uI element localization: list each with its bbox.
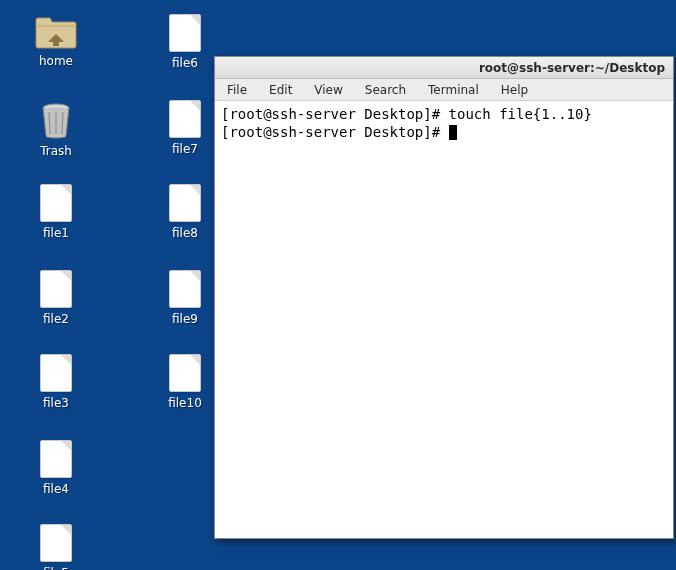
file-icon [40, 270, 72, 308]
file-icon [169, 100, 201, 138]
file-icon [169, 14, 201, 52]
desktop-icon-file2[interactable]: file2 [21, 270, 91, 326]
icon-label: file4 [43, 482, 69, 496]
file-icon [40, 184, 72, 222]
terminal-line1-prompt: [root@ssh-server Desktop]# [221, 106, 449, 122]
icon-label: file9 [172, 312, 198, 326]
desktop-icon-trash[interactable]: Trash [21, 100, 91, 158]
desktop-icon-file9[interactable]: file9 [150, 270, 220, 326]
home-folder-icon [34, 14, 78, 50]
trash-icon [38, 100, 74, 140]
file-icon [169, 354, 201, 392]
icon-label: Trash [40, 144, 72, 158]
menu-terminal[interactable]: Terminal [422, 81, 485, 99]
menu-file[interactable]: File [221, 81, 253, 99]
terminal-body[interactable]: [root@ssh-server Desktop]# touch file{1.… [215, 101, 673, 145]
menu-help[interactable]: Help [495, 81, 534, 99]
file-icon [40, 524, 72, 562]
file-icon [169, 184, 201, 222]
file-icon [169, 270, 201, 308]
terminal-line2-prompt: [root@ssh-server Desktop]# [221, 124, 449, 140]
icon-label: file7 [172, 142, 198, 156]
desktop-icon-file6[interactable]: file6 [150, 14, 220, 70]
menu-search[interactable]: Search [359, 81, 412, 99]
desktop-icon-file8[interactable]: file8 [150, 184, 220, 240]
icon-label: file8 [172, 226, 198, 240]
desktop-icon-file5[interactable]: file5 [21, 524, 91, 570]
file-icon [40, 354, 72, 392]
menu-view[interactable]: View [308, 81, 348, 99]
icon-label: home [39, 54, 73, 68]
desktop-icon-file7[interactable]: file7 [150, 100, 220, 156]
icon-label: file10 [168, 396, 202, 410]
terminal-menubar: File Edit View Search Terminal Help [215, 79, 673, 101]
terminal-title: root@ssh-server:~/Desktop [479, 61, 665, 75]
desktop-icon-file1[interactable]: file1 [21, 184, 91, 240]
icon-label: file1 [43, 226, 69, 240]
terminal-titlebar[interactable]: root@ssh-server:~/Desktop [215, 57, 673, 79]
terminal-window: root@ssh-server:~/Desktop File Edit View… [214, 56, 674, 539]
icon-label: file2 [43, 312, 69, 326]
desktop-icon-home[interactable]: home [21, 14, 91, 68]
menu-edit[interactable]: Edit [263, 81, 298, 99]
desktop-icon-file4[interactable]: file4 [21, 440, 91, 496]
terminal-line1-cmd: touch file{1..10} [449, 106, 592, 122]
desktop-icon-file3[interactable]: file3 [21, 354, 91, 410]
icon-label: file3 [43, 396, 69, 410]
file-icon [40, 440, 72, 478]
terminal-cursor [449, 125, 457, 140]
desktop-icon-file10[interactable]: file10 [150, 354, 220, 410]
icon-label: file6 [172, 56, 198, 70]
icon-label: file5 [43, 566, 69, 570]
